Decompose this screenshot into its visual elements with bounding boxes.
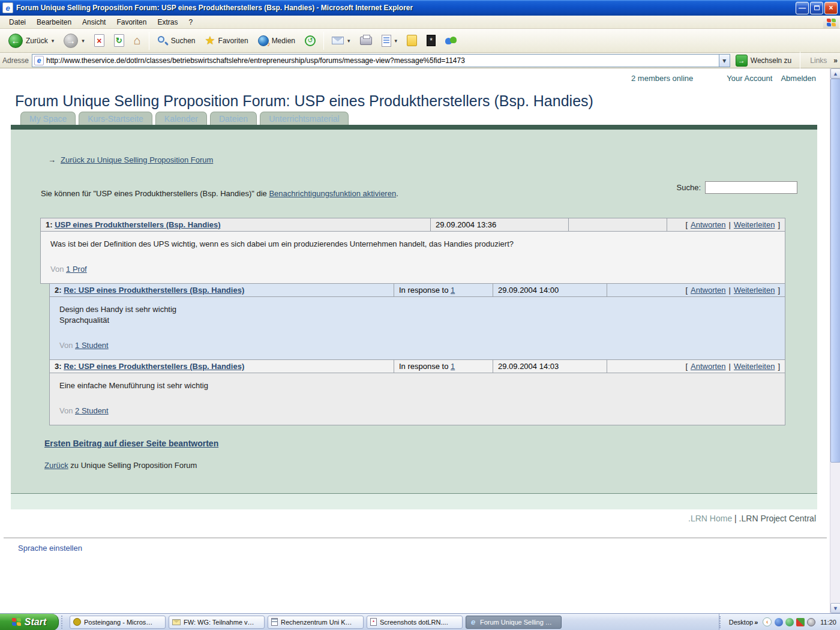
menu-extras[interactable]: Extras	[152, 16, 183, 28]
tab-kalender[interactable]: Kalender	[155, 112, 207, 125]
sidebar-icon: *	[427, 35, 436, 46]
close-button[interactable]: ×	[824, 2, 838, 14]
messenger-button[interactable]	[440, 31, 462, 51]
tab-dateien[interactable]: Dateien	[210, 112, 257, 125]
sidebar-button[interactable]: *	[422, 31, 440, 51]
mail-dropdown-icon[interactable]: ▾	[347, 38, 350, 44]
edit-dropdown-icon[interactable]: ▾	[395, 38, 398, 44]
links-chevron-icon[interactable]: »	[833, 56, 838, 65]
tray-handle[interactable]	[719, 616, 721, 628]
weiterleiten-link[interactable]: Weiterleiten	[734, 362, 775, 371]
discuss-icon	[407, 35, 417, 46]
message-title-link[interactable]: Re: USP eines Produktherstellers (Bsp. H…	[64, 286, 244, 295]
reply-first-post-link[interactable]: Ersten Beitrag auf dieser Seite beantwor…	[44, 439, 218, 448]
menu-help[interactable]: ?	[183, 16, 198, 28]
back-button[interactable]: ← Zurück ▾	[4, 31, 59, 51]
tray-volume-icon[interactable]	[807, 618, 815, 626]
task-screenshots[interactable]: * Screenshots dotLRN....	[367, 616, 463, 629]
quick-launch-handle[interactable]	[61, 616, 67, 629]
vertical-scrollbar[interactable]: ▲ ▼	[830, 68, 840, 613]
tray-app-icon[interactable]	[796, 618, 805, 626]
address-input[interactable]	[46, 56, 719, 65]
message-actions: [ Antworten | Weiterleiten ]	[667, 218, 785, 231]
refresh-button[interactable]: ↻	[109, 31, 129, 51]
home-button[interactable]: ⌂	[129, 31, 146, 51]
language-settings-link[interactable]: Sprache einstellen	[18, 544, 82, 553]
logout-link[interactable]: Abmelden	[781, 74, 816, 83]
forward-dropdown-icon[interactable]: ▾	[82, 38, 85, 44]
back-dropdown-icon[interactable]: ▾	[52, 38, 55, 44]
notification-sentence: Sie können für "USP eines Produktherstel…	[41, 189, 398, 198]
desktop-toolbar-label[interactable]: Desktop	[729, 619, 753, 626]
antworten-link[interactable]: Antworten	[691, 286, 726, 295]
author-link[interactable]: 1 Prof	[66, 265, 87, 274]
task-mail-message[interactable]: FW: WG: Teilnahme v…	[169, 616, 265, 629]
task-forum-active[interactable]: e Forum Unique Selling …	[466, 616, 562, 629]
stop-button[interactable]: ×	[89, 31, 109, 51]
scroll-up-button[interactable]: ▲	[830, 68, 840, 79]
back-bottom-row: Zurück zu Unique Selling Proposition For…	[44, 461, 197, 470]
notification-activate-link[interactable]: Benachrichtigungsfunktion aktivieren	[269, 189, 396, 198]
go-icon: →	[736, 55, 748, 67]
page-viewport: 2 members online Your Account Abmelden F…	[0, 68, 840, 613]
message-2-body: Design des Handy ist sehr wichtig Sprach…	[50, 297, 785, 359]
in-response-link[interactable]: 1	[451, 286, 455, 295]
media-button[interactable]: ♪ Medien	[253, 31, 300, 51]
search-button[interactable]: Suchen	[152, 31, 200, 51]
lrn-project-central: .LRN Project Central	[739, 514, 816, 523]
author-link[interactable]: 2 Student	[75, 406, 109, 415]
ie-page-icon: e	[2, 2, 13, 13]
message-title-link[interactable]: USP eines Produktherstellers (Bsp. Handi…	[55, 220, 220, 229]
page-title: Forum Unique Selling Proposition Forum: …	[15, 92, 593, 110]
favorites-button[interactable]: ★ Favoriten	[200, 31, 253, 51]
search-field-label: Suche:	[677, 183, 701, 192]
mail-button[interactable]: ▾	[327, 31, 355, 51]
task-rechenzentrum[interactable]: Rechenzentrum Uni K…	[268, 616, 364, 629]
print-button[interactable]	[355, 31, 377, 51]
menu-ansicht[interactable]: Ansicht	[77, 16, 111, 28]
menu-bar: Datei Bearbeiten Ansicht Favoriten Extra…	[0, 16, 840, 29]
addressbar-separator	[800, 52, 800, 70]
weiterleiten-link[interactable]: Weiterleiten	[734, 220, 775, 229]
tab-kurs-startseite[interactable]: Kurs-Startseite	[79, 112, 152, 125]
menu-bearbeiten[interactable]: Bearbeiten	[31, 16, 77, 28]
tab-unterrichtsmaterial[interactable]: Unterrichtsmaterial	[260, 112, 348, 125]
in-response-label: In response to	[399, 362, 448, 371]
forum-search-input[interactable]	[705, 181, 797, 194]
back-to-forum-link[interactable]: Zurück zu Unique Selling Proposition For…	[61, 155, 213, 164]
edit-icon	[382, 35, 391, 47]
tab-my-space[interactable]: My Space	[20, 112, 76, 125]
links-toolbar-label[interactable]: Links	[806, 56, 830, 65]
back-bottom-link[interactable]: Zurück	[44, 461, 68, 470]
edit-button[interactable]: ▾	[377, 31, 403, 51]
go-button[interactable]: → Wechseln zu	[733, 55, 794, 67]
lrn-home-link[interactable]: .LRN Home	[688, 514, 732, 523]
hide-icons-button[interactable]: ‹	[763, 617, 772, 626]
scrollbar-thumb[interactable]	[830, 79, 840, 463]
weiterleiten-link[interactable]: Weiterleiten	[734, 286, 775, 295]
discuss-button[interactable]	[402, 31, 422, 51]
menu-datei[interactable]: Datei	[4, 16, 31, 28]
menu-favoriten[interactable]: Favoriten	[111, 16, 152, 28]
task-posteingang[interactable]: Posteingang - Micros…	[70, 616, 166, 629]
desktop-chevron-icon[interactable]: »	[754, 619, 758, 626]
portal-tabs: My Space Kurs-Startseite Kalender Dateie…	[20, 112, 349, 125]
antworten-link[interactable]: Antworten	[691, 362, 726, 371]
restore-button[interactable]	[810, 2, 823, 14]
forward-button[interactable]: → ▾	[59, 31, 89, 51]
minimize-button[interactable]: —	[796, 2, 809, 14]
history-button[interactable]: ↺	[300, 31, 320, 51]
tray-network-icon[interactable]	[785, 618, 794, 626]
your-account-link[interactable]: Your Account	[727, 74, 772, 83]
windows-flag-icon	[827, 19, 836, 26]
throbber-logo	[823, 16, 839, 28]
scroll-down-button[interactable]: ▼	[830, 603, 840, 613]
start-button[interactable]: Start	[0, 614, 59, 630]
in-response-link[interactable]: 1	[451, 362, 455, 371]
tray-messenger-icon[interactable]	[775, 618, 783, 626]
antworten-link[interactable]: Antworten	[691, 220, 726, 229]
author-link[interactable]: 1 Student	[75, 341, 109, 350]
message-title-link[interactable]: Re: USP eines Produktherstellers (Bsp. H…	[64, 362, 244, 371]
back-icon: ←	[8, 34, 23, 48]
address-dropdown-button[interactable]: ▾	[719, 55, 730, 67]
